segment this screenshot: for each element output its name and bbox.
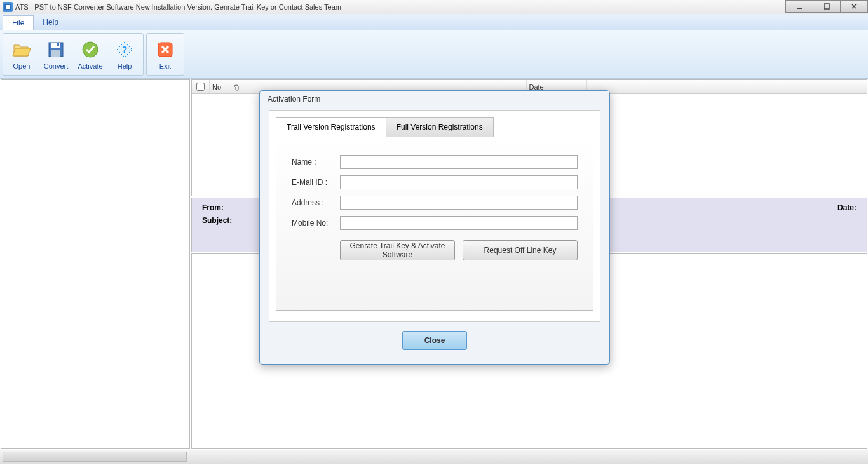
toolbar: Open Convert Activate ? Help Exit [0, 30, 868, 79]
generate-key-button[interactable]: Genrate Trail Key & Activate Software [340, 240, 455, 260]
select-all-checkbox[interactable] [196, 83, 205, 91]
address-input[interactable] [340, 196, 578, 210]
activation-dialog: Activation Form Trail Version Registrati… [259, 90, 610, 365]
grid-col-checkbox[interactable] [192, 80, 210, 93]
email-label: E-Mail ID : [292, 178, 340, 187]
dialog-title: Activation Form [260, 91, 609, 107]
svg-rect-1 [6, 5, 10, 9]
svg-rect-2 [797, 8, 802, 9]
menu-help[interactable]: Help [34, 15, 67, 29]
info-date-label: Date: [837, 203, 857, 212]
window-title: ATS - PST to NSF Converter Software New … [15, 3, 341, 11]
svg-rect-6 [51, 50, 60, 57]
maximize-button[interactable] [813, 0, 841, 13]
menu-file[interactable]: File [3, 15, 34, 30]
help-button[interactable]: ? Help [107, 35, 142, 74]
close-button[interactable] [840, 0, 868, 13]
statusbar [0, 450, 868, 464]
tab-trail-version[interactable]: Trail Version Registrations [276, 117, 386, 137]
status-segment [3, 452, 187, 462]
save-icon [46, 39, 66, 60]
dialog-close-button[interactable]: Close [402, 331, 467, 350]
address-label: Address : [292, 198, 340, 207]
tab-strip: Trail Version Registrations Full Version… [269, 111, 600, 137]
name-label: Name : [292, 158, 340, 166]
open-label: Open [13, 62, 31, 70]
request-offline-key-button[interactable]: Request Off Line Key [463, 240, 578, 260]
exit-button[interactable]: Exit [148, 35, 182, 74]
menubar: File Help [0, 14, 868, 30]
open-button[interactable]: Open [4, 35, 39, 74]
convert-button[interactable]: Convert [39, 35, 73, 74]
svg-text:?: ? [122, 44, 128, 55]
activate-label: Activate [78, 62, 102, 70]
tab-full-version[interactable]: Full Version Registrations [386, 117, 494, 137]
mobile-input[interactable] [340, 216, 578, 230]
grid-col-no[interactable]: No [210, 80, 227, 93]
check-circle-icon [80, 39, 100, 60]
tab-content: Name : E-Mail ID : Address : Mobile No: … [276, 137, 593, 311]
grid-col-attachment[interactable] [227, 80, 245, 93]
help-icon: ? [114, 39, 135, 60]
titlebar: ATS - PST to NSF Converter Software New … [0, 0, 868, 14]
info-from-label: From: [202, 203, 224, 212]
svg-rect-3 [824, 4, 829, 9]
mobile-label: Mobile No: [292, 219, 340, 227]
exit-label: Exit [159, 62, 171, 70]
name-input[interactable] [340, 155, 578, 169]
tree-panel [1, 79, 190, 449]
info-subject-label: Subject: [202, 216, 232, 225]
help-label: Help [118, 62, 132, 70]
paperclip-icon [233, 83, 240, 91]
email-input[interactable] [340, 175, 578, 189]
minimize-button[interactable] [785, 0, 813, 13]
folder-open-icon [11, 39, 32, 60]
convert-label: Convert [44, 62, 69, 70]
svg-rect-7 [57, 43, 59, 46]
activate-button[interactable]: Activate [73, 35, 107, 74]
app-icon [3, 2, 13, 12]
close-icon [155, 39, 175, 60]
